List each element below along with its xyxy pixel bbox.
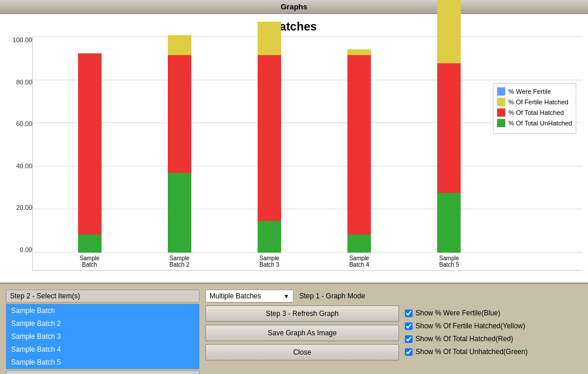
checkbox-input[interactable] (405, 310, 413, 317)
main-container: Graphs Batches 100.0080.0060.0040.0020.0… (0, 0, 588, 374)
x-axis-label: Sample Batch (72, 255, 107, 268)
checkbox-row: Show % Were Fertile(Blue) (405, 309, 528, 317)
checkbox-input[interactable] (405, 348, 413, 356)
legend-item: % Were Fertile (497, 87, 572, 96)
list-item[interactable]: Sample Batch 5 (6, 356, 199, 369)
checkbox-label: Show % Were Fertile(Blue) (415, 309, 501, 317)
bar-group (252, 87, 287, 253)
legend-item: % Of Fertile Hatched (497, 98, 572, 106)
close-button[interactable]: Close (205, 344, 399, 361)
top-row: Multiple Batches ▼ Step 1 - Graph Mode (205, 290, 399, 302)
bar-green (437, 193, 461, 253)
batch-list[interactable]: Sample BatchSample Batch 2Sample Batch 3… (6, 304, 200, 369)
bar-group (162, 81, 197, 253)
bar-green (347, 234, 371, 253)
x-labels: Sample BatchSample Batch 2Sample Batch 3… (33, 253, 506, 270)
y-axis-label: 0.00 (6, 246, 32, 253)
chart-inner: Sample BatchSample Batch 2Sample Batch 3… (32, 36, 582, 271)
checkbox-label: Show % Of Fertile Hatched(Yellow) (415, 322, 525, 330)
checkbox-label: Show % Of Total Unhatched(Green) (415, 348, 528, 356)
checkbox-row: Show % Of Total Hatched(Red) (405, 335, 528, 343)
legend-label: % Of Fertile Hatched (508, 98, 568, 106)
legend-label: % Of Total UnHatched (508, 120, 572, 127)
bar-yellow (168, 35, 191, 55)
legend: % Were Fertile% Of Fertile Hatched% Of T… (493, 83, 576, 134)
legend-color-box (497, 108, 505, 117)
bar-stack (168, 81, 191, 253)
refresh-button[interactable]: Step 3 - Refresh Graph (205, 305, 399, 322)
checkbox-input[interactable] (405, 335, 413, 343)
x-axis-label: Sample Batch 3 (252, 255, 287, 268)
bar-group (72, 65, 107, 253)
x-axis-label: Sample Batch 5 (431, 255, 467, 268)
graph-area: Batches 100.0080.0060.0040.0020.000.00 S… (0, 14, 588, 284)
list-item[interactable]: Sample Batch (6, 304, 199, 317)
dropdown-arrow-icon: ▼ (283, 293, 289, 300)
checkbox-row: Show % Of Fertile Hatched(Yellow) (405, 322, 528, 330)
bar-group (342, 63, 377, 253)
title-bar-label: Graphs (281, 2, 307, 11)
bars-area (33, 36, 506, 253)
bar-green (78, 234, 102, 253)
legend-color-box (497, 87, 505, 96)
save-button[interactable]: Save Graph As Image (205, 325, 399, 341)
list-scrollbar[interactable] (6, 370, 200, 374)
x-axis-label: Sample Batch 2 (162, 255, 197, 268)
y-axis-label: 40.00 (6, 162, 32, 169)
legend-item: % Of Total Hatched (497, 108, 572, 117)
bar-green (258, 221, 281, 253)
legend-label: % Were Fertile (508, 88, 551, 95)
mode-label: Multiple Batches (209, 292, 261, 300)
chart-container: 100.0080.0060.0040.0020.000.00 Sample Ba… (6, 36, 582, 271)
bar-red (347, 55, 371, 234)
mode-dropdown[interactable]: Multiple Batches ▼ (205, 290, 293, 302)
bar-stack (258, 87, 281, 253)
bar-yellow (437, 0, 461, 63)
checkbox-row: Show % Of Total Unhatched(Green) (405, 348, 528, 356)
bar-group (431, 55, 467, 253)
y-axis: 100.0080.0060.0040.0020.000.00 (6, 36, 32, 271)
x-axis-label: Sample Batch 4 (342, 255, 377, 268)
y-axis-label: 60.00 (6, 120, 32, 127)
checkbox-input[interactable] (405, 322, 413, 330)
y-axis-label: 80.00 (6, 79, 32, 86)
bar-red (258, 55, 281, 220)
step1-label: Step 1 - Graph Mode (299, 292, 365, 300)
title-bar: Graphs (0, 0, 588, 14)
list-item[interactable]: Sample Batch 4 (6, 343, 199, 356)
y-axis-label: 20.00 (6, 204, 32, 211)
bar-red (437, 63, 461, 193)
bar-yellow (258, 22, 281, 56)
legend-item: % Of Total UnHatched (497, 119, 572, 127)
bar-red (78, 53, 102, 234)
buttons-col: Multiple Batches ▼ Step 1 - Graph Mode S… (205, 290, 399, 374)
legend-color-box (497, 98, 505, 106)
checkboxes-col: Show % Were Fertile(Blue)Show % Of Ferti… (405, 290, 528, 374)
y-axis-label: 100.00 (6, 36, 32, 43)
bar-stack (78, 65, 102, 253)
checkbox-label: Show % Of Total Hatched(Red) (415, 335, 513, 343)
step2-label: Step 2 - Select Item(s) (6, 290, 200, 302)
list-item[interactable]: Sample Batch 3 (6, 330, 199, 343)
middle-section: Multiple Batches ▼ Step 1 - Graph Mode S… (205, 290, 582, 374)
bar-stack (437, 55, 461, 253)
bar-yellow (347, 49, 371, 55)
list-item[interactable]: Sample Batch 2 (6, 317, 199, 330)
left-panel: Step 2 - Select Item(s) Sample BatchSamp… (6, 290, 200, 374)
bottom-panel: Step 2 - Select Item(s) Sample BatchSamp… (0, 284, 588, 374)
legend-label: % Of Total Hatched (508, 109, 564, 116)
bar-red (168, 55, 191, 173)
legend-color-box (497, 119, 505, 127)
bar-stack (347, 63, 371, 253)
bar-green (168, 173, 191, 253)
graph-title: Batches (6, 20, 582, 33)
